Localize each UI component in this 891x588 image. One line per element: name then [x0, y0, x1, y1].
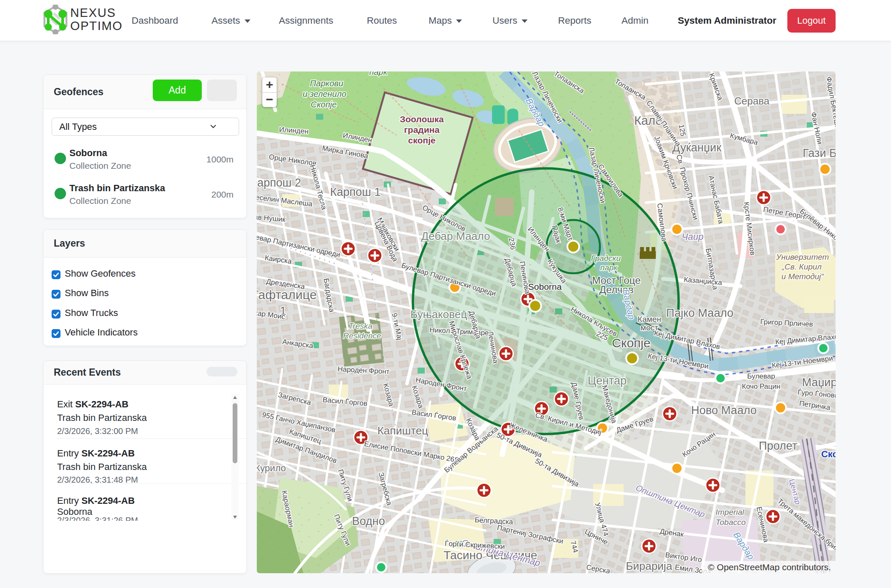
svg-text:Водно: Водно: [352, 515, 385, 528]
svg-text:Soborna: Soborna: [528, 282, 562, 291]
svg-text:Кочо Рацин: Кочо Рацин: [742, 382, 781, 390]
svg-text:Карпош 1: Карпош 1: [330, 186, 381, 198]
svg-text:Паркови: Паркови: [310, 79, 344, 88]
svg-text:Tobacco: Tobacco: [715, 518, 745, 527]
svg-text:Скопје: Скопје: [612, 336, 650, 350]
svg-text:Маџир: Маџир: [802, 376, 836, 389]
svg-text:Ново Маало: Ново Маало: [691, 404, 757, 417]
svg-text:Тафталице: Тафталице: [257, 288, 317, 302]
svg-text:Treska: Treska: [349, 321, 373, 330]
svg-text:и Методиј“: и Методиј“: [781, 272, 824, 281]
svg-text:Зоолошка: Зоолошка: [400, 114, 444, 124]
svg-text:Гази Ба: Гази Ба: [803, 147, 836, 159]
svg-text:Дебар Маало: Дебар Маало: [421, 230, 490, 242]
svg-text:Булевар: Булевар: [747, 372, 775, 380]
svg-text:Бирарија: Бирарија: [626, 560, 672, 572]
svg-text:Карпош 2: Карпош 2: [257, 176, 301, 189]
svg-text:Пајко Маало: Пајко Маало: [666, 307, 734, 319]
svg-text:„Св. Кирил: „Св. Кирил: [781, 262, 822, 271]
svg-text:парк: парк: [600, 263, 618, 272]
svg-text:Буњаковец: Буњаковец: [410, 308, 467, 321]
svg-text:Скопје: Скопје: [311, 100, 337, 109]
svg-text:Капиштец: Капиштец: [377, 424, 428, 437]
svg-text:Пролет: Пролет: [759, 440, 797, 452]
svg-text:скопје: скопје: [408, 135, 436, 145]
svg-text:Градски: Градски: [591, 254, 621, 263]
svg-text:Серава: Серава: [734, 95, 770, 107]
svg-text:Imperial: Imperial: [715, 508, 744, 517]
svg-text:парк: парк: [369, 71, 388, 77]
svg-text:градина: градина: [404, 125, 440, 135]
svg-text:Универзитет: Универзитет: [776, 253, 829, 261]
svg-text:Чаир: Чаир: [682, 231, 704, 242]
svg-text:Курило: Курило: [257, 463, 286, 473]
svg-text:Residence: Residence: [343, 331, 381, 340]
svg-text:Камен: Камен: [638, 315, 661, 324]
svg-text:Ско: Ско: [821, 449, 836, 459]
svg-text:и зеленило: и зеленило: [302, 89, 346, 99]
